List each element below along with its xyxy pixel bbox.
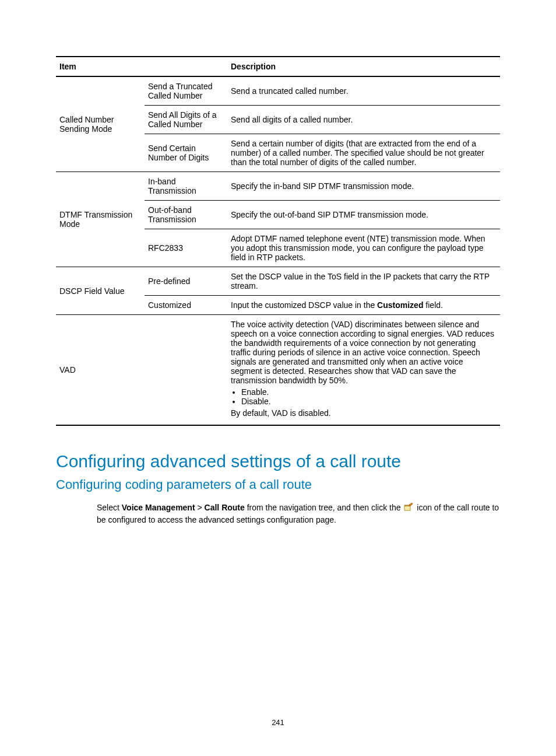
param-cell: Send Certain Number of Digits <box>145 134 227 172</box>
desc-cell: Adopt DTMF named telephone event (NTE) t… <box>227 229 500 267</box>
body-text: Select <box>97 503 122 512</box>
heading-sub: Configuring coding parameters of a call … <box>56 477 500 492</box>
desc-cell: Specify the out-of-band SIP DTMF transmi… <box>227 201 500 229</box>
vad-paragraph: The voice activity detection (VAD) discr… <box>231 320 497 385</box>
item-cell: VAD <box>56 315 227 426</box>
table-header-row: Item Description <box>56 57 500 76</box>
heading-main: Configuring advanced settings of a call … <box>56 452 500 471</box>
param-cell: RFC2833 <box>145 229 227 267</box>
param-cell: Send a Truncated Called Number <box>145 76 227 106</box>
param-cell: Send All Digits of a Called Number <box>145 106 227 134</box>
vad-bullet-list: Enable. Disable. <box>241 387 497 406</box>
desc-cell: Specify the in-band SIP DTMF transmissio… <box>227 172 500 201</box>
document-page: Item Description Called Number Sending M… <box>0 0 556 756</box>
header-desc: Description <box>227 57 500 76</box>
param-cell: Customized <box>145 296 227 315</box>
table-row: Called Number Sending Mode Send a Trunca… <box>56 76 500 106</box>
item-cell: Called Number Sending Mode <box>56 76 145 172</box>
vad-trailer: By default, VAD is disabled. <box>231 408 497 418</box>
edit-icon <box>404 502 413 514</box>
desc-cell: Send a certain number of digits (that ar… <box>227 134 500 172</box>
param-cell: Pre-defined <box>145 267 227 296</box>
desc-cell: The voice activity detection (VAD) discr… <box>227 315 500 426</box>
page-number: 241 <box>0 718 556 727</box>
param-cell: In-band Transmission <box>145 172 227 201</box>
nav-item-bold: Voice Management <box>122 503 195 512</box>
item-cell: DTMF Transmission Mode <box>56 172 145 267</box>
desc-text: field. <box>423 300 442 310</box>
desc-text: Input the customized DSCP value in the <box>231 300 377 310</box>
table-row: DTMF Transmission Mode In-band Transmiss… <box>56 172 500 201</box>
header-item: Item <box>56 57 227 76</box>
vad-bullet: Disable. <box>241 397 497 406</box>
body-text: from the navigation tree, and then click… <box>245 503 403 512</box>
body-text: > <box>195 503 205 512</box>
param-cell: Out-of-band Transmission <box>145 201 227 229</box>
desc-bold: Customized <box>377 300 423 310</box>
body-paragraph: Select Voice Management > Call Route fro… <box>97 502 500 526</box>
table-row: VAD The voice activity detection (VAD) d… <box>56 315 500 426</box>
settings-table: Item Description Called Number Sending M… <box>56 56 500 426</box>
desc-cell: Send all digits of a called number. <box>227 106 500 134</box>
desc-cell: Input the customized DSCP value in the C… <box>227 296 500 315</box>
item-cell: DSCP Field Value <box>56 267 145 315</box>
table-row: DSCP Field Value Pre-defined Set the DSC… <box>56 267 500 296</box>
desc-cell: Send a truncated called number. <box>227 76 500 106</box>
vad-bullet: Enable. <box>241 387 497 397</box>
nav-item-bold: Call Route <box>205 503 245 512</box>
desc-cell: Set the DSCP value in the ToS field in t… <box>227 267 500 296</box>
